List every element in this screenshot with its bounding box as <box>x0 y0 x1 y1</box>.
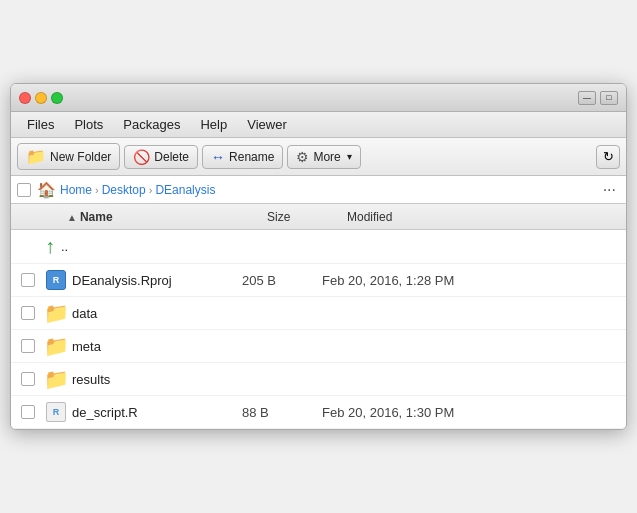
list-item[interactable]: RDEanalysis.Rproj205 BFeb 20, 2016, 1:28… <box>11 264 626 297</box>
folder-icon: 📁 <box>45 368 67 390</box>
toolbar: 📁 New Folder 🚫 Delete ↔ Rename ⚙ More ▾ … <box>11 138 626 176</box>
rscript-icon: R <box>45 401 67 423</box>
breadcrumb-sep-1: › <box>95 184 99 196</box>
file-name: results <box>72 372 242 387</box>
select-all-checkbox[interactable] <box>17 183 31 197</box>
rename-button[interactable]: ↔ Rename <box>202 145 283 169</box>
menu-plots[interactable]: Plots <box>64 114 113 135</box>
delete-icon: 🚫 <box>133 149 150 165</box>
header-modified[interactable]: Modified <box>347 210 626 224</box>
row-checkbox[interactable] <box>21 273 35 287</box>
close-button[interactable] <box>19 92 31 104</box>
sort-arrow-icon: ▲ <box>67 212 77 223</box>
rename-label: Rename <box>229 150 274 164</box>
delete-label: Delete <box>154 150 189 164</box>
minimize-icon[interactable]: — <box>578 91 596 105</box>
chevron-down-icon: ▾ <box>347 151 352 162</box>
menu-viewer[interactable]: Viewer <box>237 114 297 135</box>
row-checkbox[interactable] <box>21 306 35 320</box>
menu-files[interactable]: Files <box>17 114 64 135</box>
window-controls <box>19 92 63 104</box>
breadcrumb-home[interactable]: Home <box>60 183 92 197</box>
minimize-button[interactable] <box>35 92 47 104</box>
file-list-header: ▲Name Size Modified <box>11 204 626 230</box>
breadcrumb: Home › Desktop › DEanalysis <box>60 183 215 197</box>
list-item[interactable]: 📁meta <box>11 330 626 363</box>
file-size: 88 B <box>242 405 322 420</box>
file-rows-container: RDEanalysis.Rproj205 BFeb 20, 2016, 1:28… <box>11 264 626 429</box>
window-resize-controls: — □ <box>578 91 618 105</box>
list-item[interactable]: Rde_script.R88 BFeb 20, 2016, 1:30 PM <box>11 396 626 429</box>
titlebar: — □ <box>11 84 626 112</box>
folder-icon: 📁 <box>45 335 67 357</box>
breadcrumb-sep-2: › <box>149 184 153 196</box>
breadcrumb-deanalysis[interactable]: DEanalysis <box>155 183 215 197</box>
file-modified: Feb 20, 2016, 1:30 PM <box>322 405 626 420</box>
rstudio-files-panel: — □ Files Plots Packages Help Viewer 📁 N… <box>10 83 627 430</box>
header-name[interactable]: ▲Name <box>67 210 267 224</box>
refresh-icon: ↻ <box>603 149 614 164</box>
restore-icon[interactable]: □ <box>600 91 618 105</box>
refresh-button[interactable]: ↻ <box>596 145 620 169</box>
row-checkbox[interactable] <box>21 372 35 386</box>
file-modified: Feb 20, 2016, 1:28 PM <box>322 273 626 288</box>
menubar: Files Plots Packages Help Viewer <box>11 112 626 138</box>
header-size[interactable]: Size <box>267 210 347 224</box>
gear-icon: ⚙ <box>296 149 309 165</box>
home-icon: 🏠 <box>37 181 56 199</box>
file-name: de_script.R <box>72 405 242 420</box>
parent-dir-row[interactable]: ↑ .. <box>11 230 626 264</box>
folder-icon: 📁 <box>45 302 67 324</box>
row-checkbox[interactable] <box>21 405 35 419</box>
list-item[interactable]: 📁data <box>11 297 626 330</box>
file-list: ↑ .. RDEanalysis.Rproj205 BFeb 20, 2016,… <box>11 230 626 429</box>
new-folder-icon: 📁 <box>26 147 46 166</box>
breadcrumb-desktop[interactable]: Desktop <box>102 183 146 197</box>
menu-help[interactable]: Help <box>190 114 237 135</box>
file-size: 205 B <box>242 273 322 288</box>
file-name: data <box>72 306 242 321</box>
file-name: meta <box>72 339 242 354</box>
new-folder-button[interactable]: 📁 New Folder <box>17 143 120 170</box>
parent-dir-name: .. <box>61 239 68 254</box>
menu-packages[interactable]: Packages <box>113 114 190 135</box>
rename-icon: ↔ <box>211 149 225 165</box>
row-checkbox[interactable] <box>21 339 35 353</box>
delete-button[interactable]: 🚫 Delete <box>124 145 198 169</box>
new-folder-label: New Folder <box>50 150 111 164</box>
rproj-icon: R <box>45 269 67 291</box>
more-label: More <box>313 150 340 164</box>
file-name: DEanalysis.Rproj <box>72 273 242 288</box>
maximize-button[interactable] <box>51 92 63 104</box>
breadcrumb-bar: 🏠 Home › Desktop › DEanalysis ··· <box>11 176 626 204</box>
more-button[interactable]: ⚙ More ▾ <box>287 145 360 169</box>
up-arrow-icon: ↑ <box>45 235 55 258</box>
list-item[interactable]: 📁results <box>11 363 626 396</box>
breadcrumb-more-button[interactable]: ··· <box>599 181 620 199</box>
